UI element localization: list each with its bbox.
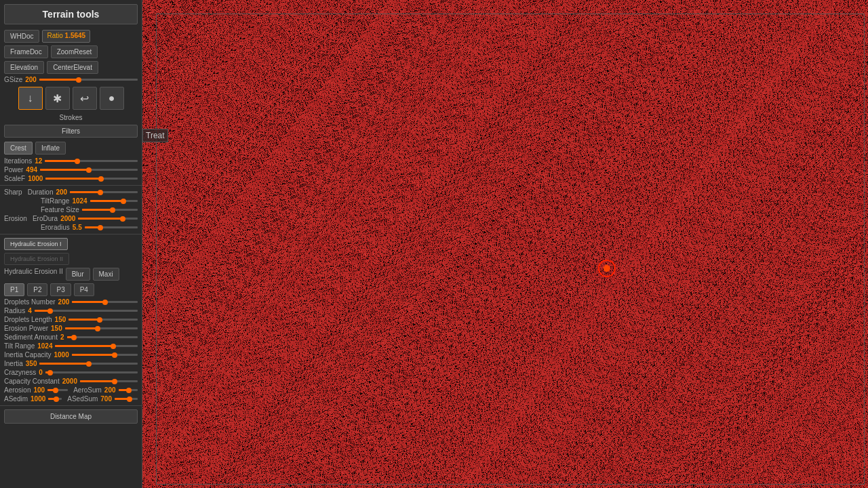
duration-inner: Duration 200	[28, 188, 138, 196]
asedsum-label: ASedSum	[67, 395, 98, 403]
inflate-button[interactable]: Inflate	[35, 142, 66, 155]
sharp-sublabel: Sharp	[4, 188, 22, 196]
treat-button[interactable]: Treat	[142, 129, 168, 142]
eroradius-slider[interactable]	[85, 226, 138, 228]
inertia-slider[interactable]	[39, 363, 138, 365]
eroradius-label: Eroradius	[41, 224, 70, 231]
zoomreset-button[interactable]: ZoomReset	[51, 45, 98, 58]
stroke-btn-undo[interactable]: ↩	[73, 87, 97, 110]
capacity-constant-label: Capacity Constant	[4, 378, 60, 385]
tiltrange-value: 1024	[72, 197, 87, 205]
tilt-range2-slider[interactable]	[55, 345, 138, 347]
droplets-number-value: 200	[58, 298, 70, 306]
gsize-slider[interactable]	[39, 79, 138, 81]
droplets-number-label: Droplets Number	[4, 298, 56, 306]
erosion-power-slider[interactable]	[65, 327, 138, 329]
aerosum-value: 200	[104, 386, 116, 394]
tilt-range2-label: Tilt Range	[4, 342, 35, 350]
hydraulic2-inactive-button[interactable]: Hydraulic Erosion II	[4, 253, 69, 265]
erodura-slider[interactable]	[78, 218, 138, 220]
viewport[interactable]: 0.242,0.183,0.249 Treat	[142, 0, 868, 488]
scalef-label: ScaleF	[4, 175, 25, 182]
stroke-btn-scatter[interactable]: ✱	[45, 87, 70, 110]
p2-button[interactable]: P2	[27, 283, 47, 296]
stroke-btn-circle[interactable]: ●	[100, 87, 124, 110]
droplets-length-slider[interactable]	[68, 319, 138, 321]
app-title: Terrain tools	[4, 4, 138, 24]
crazyness-slider[interactable]	[45, 371, 138, 373]
aerosion-value: 100	[33, 386, 45, 394]
ratio-label: Ratio	[47, 32, 62, 39]
duration-slider[interactable]	[70, 191, 138, 193]
whdoc-button[interactable]: WHDoc	[4, 30, 39, 43]
featuresize-slider[interactable]	[82, 209, 138, 211]
framedoc-row: FrameDoc ZoomReset	[0, 44, 142, 60]
droplets-number-row: Droplets Number 200	[0, 298, 142, 306]
sediment-slider[interactable]	[67, 336, 138, 338]
scalef-slider[interactable]	[45, 178, 138, 180]
power-slider[interactable]	[40, 169, 138, 171]
stroke-btn-down[interactable]: ↓	[18, 87, 43, 110]
hydraulic1-active-button[interactable]: Hydraulic Erosion I	[4, 238, 68, 250]
elevation-button[interactable]: Elevation	[4, 61, 44, 74]
doc-buttons-row: WHDoc Ratio 1.5645	[0, 28, 142, 44]
p-buttons-row: P1 P2 P3 P4	[0, 282, 142, 298]
erosion-power-row: Erosion Power 150	[0, 324, 142, 333]
droplets-number-slider[interactable]	[72, 301, 138, 303]
iterations-slider[interactable]	[45, 160, 138, 162]
filters-button[interactable]: Filters	[4, 125, 138, 138]
duration-value: 200	[56, 188, 68, 196]
power-label: Power	[4, 166, 23, 174]
tilt-range2-row: Tilt Range 1024	[0, 342, 142, 350]
iterations-value: 12	[35, 157, 42, 165]
hydraulic2-label: Hydraulic Erosion II	[4, 268, 63, 281]
elevation-row: Elevation CenterElevat	[0, 60, 142, 75]
aerosion-slider[interactable]	[47, 389, 68, 391]
asedsum-slider[interactable]	[115, 398, 138, 400]
asedim-label: ASedim	[4, 395, 28, 403]
scalef-row: ScaleF 1000	[0, 174, 142, 183]
sediment-label: Sediment Amount	[4, 333, 58, 341]
crazyness-value: 0	[39, 369, 43, 376]
asedim-row: ASedim 1000 ASedSum 700	[0, 394, 142, 403]
inertia-capacity-slider[interactable]	[72, 354, 138, 356]
aerosum-slider[interactable]	[119, 389, 138, 391]
erodura-row: Erosion EroDura 2000	[0, 214, 142, 223]
crazyness-label: Crazyness	[4, 369, 36, 376]
erosion-power-value: 150	[51, 325, 62, 332]
maxi-button[interactable]: Maxi	[93, 268, 119, 281]
tiltrange-slider[interactable]	[90, 200, 138, 202]
distance-map-button[interactable]: Distance Map	[4, 409, 138, 424]
aerosion-label: Aerosion	[4, 386, 31, 394]
centerelevat-button[interactable]: CenterElevat	[47, 61, 98, 74]
hydraulic2-inactive-row: Hydraulic Erosion II	[0, 251, 142, 266]
p3-button[interactable]: P3	[50, 283, 71, 296]
capacity-constant-row: Capacity Constant 2000	[0, 377, 142, 386]
capacity-constant-value: 2000	[62, 378, 77, 385]
erodura-inner: EroDura 2000	[33, 215, 138, 222]
tiltrange-row: TiltRange 1024	[0, 197, 142, 205]
inertia-label: Inertia	[4, 360, 23, 367]
erosion-power-label: Erosion Power	[4, 325, 48, 332]
asedim-slider[interactable]	[48, 398, 62, 400]
hydraulic2-label-row: Hydraulic Erosion II Blur Maxi	[0, 266, 142, 282]
p1-button[interactable]: P1	[4, 283, 24, 296]
sidebar: Terrain tools WHDoc Ratio 1.5645 FrameDo…	[0, 0, 142, 488]
p4-button[interactable]: P4	[74, 283, 94, 296]
stroke-tools: ↓ ✱ ↩ ●	[0, 84, 142, 113]
hydraulic1-row: Hydraulic Erosion I	[0, 237, 142, 251]
inertia-row: Inertia 350	[0, 359, 142, 368]
terrain-canvas[interactable]	[142, 0, 868, 488]
strokes-label: Strokes	[0, 113, 142, 123]
gsize-label: GSize	[4, 76, 22, 83]
crest-button[interactable]: Crest	[4, 142, 33, 155]
blur-button[interactable]: Blur	[66, 268, 90, 281]
iterations-label: Iterations	[4, 157, 32, 165]
featuresize-label: Feature Size	[41, 206, 79, 214]
framedoc-button[interactable]: FrameDoc	[4, 45, 48, 58]
aerosion-row: Aerosion 100 AeroSum 200	[0, 386, 142, 394]
inertia-capacity-value: 1000	[54, 351, 68, 359]
asedsum-value: 700	[100, 395, 112, 403]
capacity-constant-slider[interactable]	[80, 380, 138, 382]
radius-slider[interactable]	[35, 310, 138, 312]
